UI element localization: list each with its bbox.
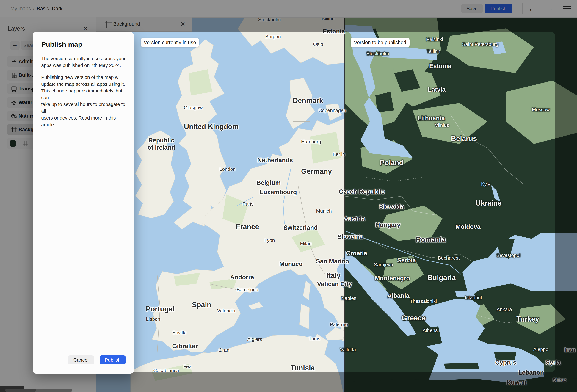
map-label: Romania [416, 236, 446, 244]
map-label: Valletta [340, 347, 356, 353]
map-label: Bucharest [438, 255, 460, 261]
current-version-chip: Version currently in use [141, 38, 199, 47]
map-label: Andorra [230, 274, 254, 281]
map-label: Seville [172, 330, 187, 335]
map-label: Helsinki [426, 37, 443, 42]
map-label: Belgium [256, 179, 281, 186]
map-label: Moscow [532, 107, 550, 112]
map-label: Latvia [428, 86, 445, 93]
map-label: Monaco [279, 260, 303, 267]
map-label: Montenegro [375, 275, 410, 282]
map-label: Algiers [247, 337, 262, 342]
map-label: Austria [344, 215, 365, 222]
version-compare-window[interactable]: StockholmTallinnEstoniaBergenOsloGlasgow… [105, 32, 555, 372]
map-label: Turkey [516, 315, 539, 323]
map-label: Saint Petersburg [462, 42, 498, 47]
map-label: Estonia [429, 63, 451, 70]
map-label: Fez [183, 364, 191, 369]
map-label: Ankara [497, 307, 512, 312]
map-label: Milan [300, 241, 312, 247]
map-label: Portugal [146, 305, 175, 313]
map-label: Slovenia [338, 233, 363, 240]
map-label: Valencia [217, 308, 235, 314]
map-label: Tunisia [290, 364, 315, 372]
map-label: Bulgaria [428, 274, 456, 282]
map-label: Munich [316, 208, 332, 214]
map-label: Athens [423, 328, 438, 333]
map-label: Spain [192, 301, 211, 309]
map-label: Croatia [346, 250, 367, 257]
map-label: Sarajevo [374, 262, 393, 268]
map-label: Germany [301, 168, 332, 176]
publish-map-dialog: Publish map The version currently in use… [33, 32, 134, 374]
map-label: Slovakia [379, 203, 404, 210]
map-label: Kyiv [481, 181, 490, 187]
map-label: Netherlands [257, 157, 293, 164]
map-label: Lebanon [518, 369, 544, 372]
map-label: Hamburg [301, 139, 321, 144]
map-label: United Kingdom [184, 123, 239, 131]
map-label: Czech Republic [339, 188, 385, 195]
map-label: Greece [402, 314, 426, 322]
cancel-button[interactable]: Cancel [68, 356, 94, 364]
map-label: Lyon [264, 238, 275, 243]
map-label: Denmark [293, 97, 323, 105]
map-label: Switzerland [284, 224, 318, 231]
map-label: Gibraltar [172, 343, 198, 350]
map-label: Belarus [451, 135, 477, 143]
map-label: Oslo [313, 42, 323, 47]
map-label: Thessaloniki [410, 299, 437, 304]
map-label: Sevastopol [497, 253, 520, 258]
map-label: Vilnius [435, 123, 449, 128]
map-label: Tunis [309, 336, 320, 342]
map-label: Albania [387, 292, 409, 299]
map-label: Stockholm [366, 51, 389, 57]
map-label: Istanbul [465, 295, 482, 300]
map-label: Paris [242, 201, 253, 207]
map-label: London [219, 167, 236, 172]
map-label: Glasgow [184, 105, 203, 110]
map-label: Vatican City [317, 281, 352, 287]
map-label: Ukraine [475, 199, 502, 207]
map-label: Poland [380, 159, 403, 167]
map-label: Palermo [330, 322, 348, 327]
map-label: Hungary [375, 221, 400, 228]
map-label: Luxembourg [260, 188, 297, 196]
map-label: Barcelona [236, 287, 258, 293]
map-label: Aleppo [533, 347, 548, 352]
map-label: Lithuania [418, 115, 445, 122]
map-label: Casablanca [153, 368, 179, 372]
map-label: Tallinn [427, 49, 440, 54]
map-label: Copenhagen [319, 108, 346, 113]
map-label: Serbia [397, 257, 416, 264]
map-label: Italy [326, 272, 341, 280]
dialog-paragraph-1: The version currently in use across your… [41, 55, 127, 69]
map-label: Syria [546, 359, 555, 366]
map-label: Lisbon [146, 317, 160, 322]
dialog-paragraph-2: Publishing new version of the map will u… [41, 74, 127, 128]
map-label: Cyprus [495, 359, 516, 366]
published-version-chip: Version to be published [351, 38, 409, 47]
map-label: Berlin [333, 152, 345, 157]
dialog-publish-button[interactable]: Publish [100, 356, 126, 364]
map-label: Republic of Ireland [147, 137, 175, 151]
map-label: Bergen [265, 34, 281, 39]
map-label: Naples [341, 296, 356, 301]
dialog-title: Publish map [41, 41, 82, 48]
map-label: France [236, 223, 259, 231]
map-label: Moldova [456, 223, 481, 230]
map-label: Oran [218, 347, 229, 353]
map-label: Estonia [323, 32, 345, 35]
map-label: San Marino [316, 258, 349, 265]
